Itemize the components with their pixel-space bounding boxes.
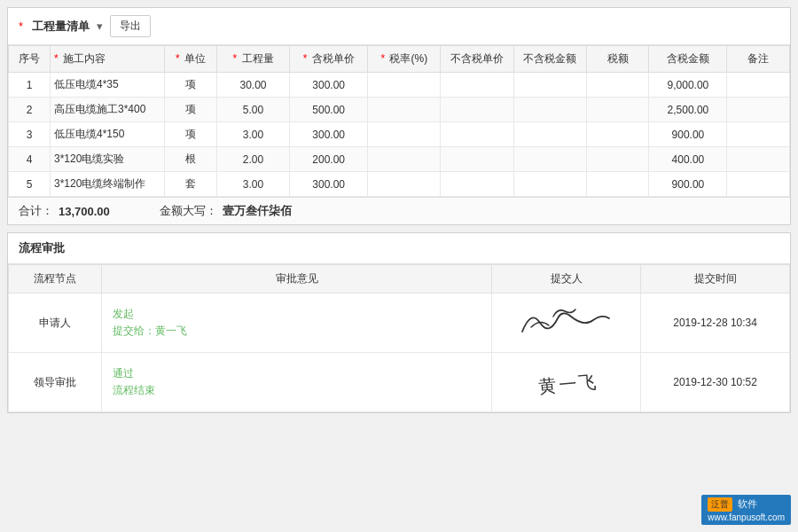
table-row: 53*120电缆终端制作套3.00300.00900.00 [9, 172, 790, 197]
table-row: 2高压电缆施工3*400项5.00500.002,500.00 [9, 98, 790, 122]
total-value: 13,700.00 [59, 205, 110, 218]
opinion-link-submit[interactable]: 提交给：黄一飞 [113, 325, 187, 337]
th-noprice: 不含税单价 [441, 46, 513, 73]
time-applicant: 2019-12-28 10:34 [641, 293, 790, 353]
amount-value: 壹万叁仟柒佰 [223, 203, 292, 219]
signature-1 [503, 301, 630, 345]
required-star: * [19, 20, 23, 33]
export-button[interactable]: 导出 [110, 15, 151, 37]
approval-section: 流程审批 流程节点 审批意见 提交人 提交时间 申请人 发起 提交给：黄 [7, 232, 791, 413]
svg-text:黄一飞: 黄一飞 [537, 372, 599, 396]
th-node: 流程节点 [9, 265, 102, 293]
amount-label: 金额大写： [160, 203, 217, 219]
page-wrapper: * 工程量清单 ▾ 导出 序号 * 施工内容 * 单位 * 工程量 * 含税单价… [0, 0, 798, 420]
submitter-applicant [492, 293, 641, 353]
engineering-section: * 工程量清单 ▾ 导出 序号 * 施工内容 * 单位 * 工程量 * 含税单价… [7, 7, 791, 225]
opinion-leader: 通过 流程结束 [101, 353, 492, 412]
summary-row: 合计： 13,700.00 金额大写： 壹万叁仟柒佰 [8, 197, 790, 224]
opinion-link-end[interactable]: 流程结束 [113, 384, 155, 396]
th-submitter: 提交人 [492, 265, 641, 293]
th-qty: * 工程量 [216, 46, 289, 73]
work-table: 序号 * 施工内容 * 单位 * 工程量 * 含税单价 * 税率(%) 不含税单… [8, 45, 790, 197]
opinion-link-pass[interactable]: 通过 [113, 367, 134, 379]
table-row: 1低压电缆4*35项30.00300.009,000.00 [9, 73, 790, 98]
total-item: 合计： 13,700.00 [19, 203, 110, 219]
table-row: 43*120电缆实验根2.00200.00400.00 [9, 147, 790, 172]
th-price: * 含税单价 [290, 46, 368, 73]
opinion-applicant: 发起 提交给：黄一飞 [101, 293, 492, 353]
th-time: 提交时间 [641, 265, 790, 293]
signature-svg-1 [513, 301, 620, 345]
approval-row-2: 领导审批 通过 流程结束 黄一飞 [9, 353, 790, 412]
opinion-link-start[interactable]: 发起 [113, 308, 134, 320]
th-content: * 施工内容 [50, 46, 164, 73]
submitter-leader: 黄一飞 [492, 353, 641, 412]
th-taxrate: * 税率(%) [368, 46, 441, 73]
th-seq: 序号 [9, 46, 51, 73]
th-tax: 税额 [586, 46, 648, 73]
table-header-row: 序号 * 施工内容 * 单位 * 工程量 * 含税单价 * 税率(%) 不含税单… [9, 46, 790, 73]
dropdown-icon[interactable]: ▾ [97, 20, 103, 33]
amount-item: 金额大写： 壹万叁仟柒佰 [160, 203, 292, 219]
approval-header: 流程审批 [8, 233, 790, 264]
th-unit: * 单位 [165, 46, 217, 73]
node-applicant: 申请人 [9, 293, 102, 353]
table-row: 3低压电缆4*150项3.00300.00900.00 [9, 122, 790, 147]
approval-table: 流程节点 审批意见 提交人 提交时间 申请人 发起 提交给：黄一飞 [8, 264, 790, 412]
total-label: 合计： [19, 203, 53, 219]
section-title: 工程量清单 [32, 19, 90, 35]
th-opinion: 审批意见 [101, 265, 492, 293]
time-leader: 2019-12-30 10:52 [641, 353, 790, 412]
section-header: * 工程量清单 ▾ 导出 [8, 8, 790, 45]
th-total: 含税金额 [649, 46, 727, 73]
signature-2: 黄一飞 [503, 360, 630, 404]
signature-svg-2: 黄一飞 [513, 360, 620, 404]
th-noamount: 不含税金额 [513, 46, 586, 73]
th-remark: 备注 [727, 46, 790, 73]
node-leader: 领导审批 [9, 353, 102, 412]
approval-row-1: 申请人 发起 提交给：黄一飞 [9, 293, 790, 353]
approval-header-row: 流程节点 审批意见 提交人 提交时间 [9, 265, 790, 293]
